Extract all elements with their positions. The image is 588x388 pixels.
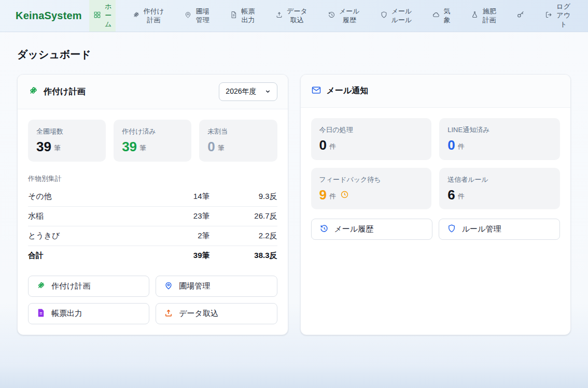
report-output-button[interactable]: 帳票出力: [28, 303, 149, 324]
dashboard-page: ダッシュボード 作付け計画 2026年度: [0, 48, 588, 335]
stat-label: 作付け済み: [122, 127, 183, 136]
nav-item-weather[interactable]: 気象: [428, 0, 455, 32]
planting-card-header: 作付け計画 2026年度: [18, 75, 288, 109]
mail-card-header: メール通知: [301, 75, 571, 108]
map-pin-icon: [164, 281, 173, 292]
wheat-icon: [132, 11, 140, 21]
top-navigation-bar: KeinaSystem ホーム 作付け計画 圃場管理 帳票出力: [0, 0, 588, 32]
field-management-button[interactable]: 圃場管理: [156, 276, 277, 297]
nav-item-label: 施肥計画: [482, 7, 496, 25]
table-row: 水稲 23筆 26.7反: [28, 207, 277, 226]
nav-item-label: ログアウト: [556, 3, 570, 29]
envelope-icon: [311, 85, 321, 97]
nav-item-label: 圃場管理: [195, 7, 209, 25]
key-icon: [516, 10, 525, 21]
flask-icon: [471, 11, 479, 21]
stat-label: 今日の処理: [319, 125, 424, 135]
stat-planted: 作付け済み 39筆: [114, 120, 191, 162]
crop-area: 38.3反: [210, 251, 277, 261]
stat-label: 送信者ルール: [447, 175, 552, 184]
mail-card-title: メール通知: [311, 85, 369, 97]
nav-item-label: ホーム: [105, 3, 112, 29]
planting-plan-button[interactable]: 作付け計画: [28, 276, 149, 297]
nav-item-label: 気象: [444, 7, 451, 25]
stat-unassigned: 未割当 0筆: [199, 120, 277, 162]
stat-label: 全圃場数: [36, 127, 97, 136]
stat-value: 9: [319, 188, 327, 203]
cloud-icon: [432, 11, 440, 21]
crop-summary-table: 作物別集計 その他 14筆 9.3反 水稲 23筆 26.7反: [28, 174, 277, 265]
table-total-row: 合計 39筆 38.3反: [28, 246, 277, 265]
crop-name: 水稲: [28, 211, 150, 221]
mail-history-button[interactable]: メール履歴: [311, 219, 432, 240]
logout-icon: [545, 11, 553, 21]
stat-line-notified: LINE通知済み 0件: [439, 118, 560, 160]
page-title: ダッシュボード: [17, 48, 571, 62]
upload-icon: [275, 11, 283, 21]
year-select[interactable]: 2026年度: [219, 82, 277, 101]
nav-item-password[interactable]: [512, 0, 529, 32]
stat-total-fields: 全圃場数 39筆: [28, 120, 106, 162]
nav-item-planting-plan[interactable]: 作付け計画: [128, 0, 169, 32]
rule-management-button[interactable]: ルール管理: [439, 219, 560, 240]
nav-item-report-output[interactable]: 帳票出力: [226, 0, 259, 32]
button-label: 圃場管理: [179, 281, 210, 291]
crop-count: 23筆: [150, 211, 210, 221]
shield-icon: [380, 11, 388, 21]
stat-unit: 件: [329, 192, 336, 201]
stat-unit: 件: [458, 192, 465, 201]
main-nav: ホーム 作付け計画 圃場管理 帳票出力 データ取込: [89, 0, 588, 32]
stat-today-processed: 今日の処理 0件: [311, 118, 432, 160]
stat-unit: 筆: [139, 143, 146, 153]
nav-item-mail-history[interactable]: メール履歴: [324, 0, 364, 32]
chevron-down-icon: [265, 88, 271, 96]
nav-item-mail-rules[interactable]: メールルール: [376, 0, 416, 32]
stat-unit: 件: [458, 142, 465, 151]
stat-unit: 筆: [54, 143, 61, 153]
stat-value: 0: [447, 138, 455, 153]
crop-count: 14筆: [150, 192, 210, 202]
nav-item-data-import[interactable]: データ取込: [271, 0, 312, 32]
crop-area: 2.2反: [210, 231, 277, 241]
crop-table-caption: 作物別集計: [28, 174, 277, 183]
stat-value: 0: [207, 139, 215, 154]
crop-area: 9.3反: [210, 192, 277, 202]
button-label: ルール管理: [462, 224, 501, 234]
stat-label: LINE通知済み: [447, 125, 552, 135]
stat-label: 未割当: [207, 127, 269, 136]
crop-name: その他: [28, 192, 150, 202]
stat-value: 39: [122, 139, 137, 154]
data-import-button[interactable]: データ取込: [156, 303, 277, 324]
nav-item-field-management[interactable]: 圃場管理: [180, 0, 214, 32]
nav-item-label: メール履歴: [339, 7, 360, 25]
nav-item-label: メールルール: [391, 7, 412, 25]
brand-logo[interactable]: KeinaSystem: [0, 0, 89, 32]
stat-feedback-pending: フィードバック待ち 9件: [311, 168, 432, 210]
planting-card-title: 作付け計画: [28, 85, 85, 98]
stat-label: フィードバック待ち: [319, 175, 424, 184]
document-icon: [230, 11, 237, 21]
year-select-value: 2026年度: [226, 87, 256, 96]
shield-icon: [447, 224, 456, 235]
history-icon: [319, 224, 329, 235]
wheat-icon: [28, 85, 38, 98]
upload-icon: [164, 308, 173, 319]
clock-icon: [340, 190, 349, 201]
grid-icon: [93, 11, 101, 21]
map-pin-icon: [184, 11, 192, 21]
wheat-icon: [36, 281, 46, 292]
nav-item-logout[interactable]: ログアウト: [541, 0, 575, 32]
stat-value: 0: [319, 138, 327, 153]
planting-card-title-text: 作付け計画: [44, 87, 85, 97]
nav-item-fertilizer-plan[interactable]: 施肥計画: [467, 0, 500, 32]
crop-count: 2筆: [150, 231, 210, 241]
nav-item-home[interactable]: ホーム: [89, 0, 116, 32]
nav-item-label: 帳票出力: [241, 7, 255, 25]
stat-unit: 筆: [218, 143, 225, 153]
button-label: メール履歴: [334, 224, 374, 234]
crop-count: 39筆: [150, 251, 210, 261]
table-row: その他 14筆 9.3反: [28, 187, 277, 207]
nav-item-label: 作付け計画: [144, 7, 164, 25]
stat-value: 39: [36, 139, 51, 154]
stat-unit: 件: [329, 142, 336, 151]
